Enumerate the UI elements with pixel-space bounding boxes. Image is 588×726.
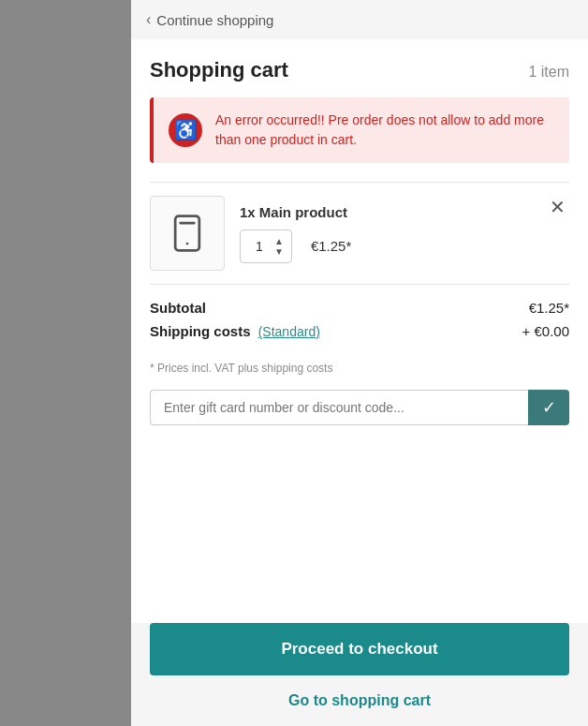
item-count: 1 item <box>528 64 569 81</box>
quantity-stepper[interactable]: 1 ▲ ▼ <box>240 230 292 263</box>
error-banner: ♿ An error occurred!! Pre order does not… <box>150 97 569 163</box>
no-entry-icon: ♿ <box>174 121 198 140</box>
gift-card-input[interactable] <box>150 390 528 425</box>
continue-shopping-link[interactable]: ‹ Continue shopping <box>131 0 588 39</box>
go-to-cart-button[interactable]: Go to shopping cart <box>150 675 569 726</box>
bottom-actions: Proceed to checkout Go to shopping cart <box>131 623 588 726</box>
subtotal-label: Subtotal <box>150 300 206 316</box>
product-image <box>150 196 225 271</box>
vat-note: * Prices incl. VAT plus shipping costs <box>150 354 569 390</box>
cart-item: 1x Main product 1 ▲ ▼ €1.25* ✕ <box>150 182 569 284</box>
qty-price-row: 1 ▲ ▼ €1.25* <box>240 230 569 263</box>
page-header: Shopping cart 1 item <box>150 58 569 82</box>
svg-rect-0 <box>175 216 199 251</box>
subtotal-row: Subtotal €1.25* <box>150 300 569 316</box>
remove-item-button[interactable]: ✕ <box>546 194 569 220</box>
quantity-arrows[interactable]: ▲ ▼ <box>274 236 284 257</box>
item-price: €1.25* <box>311 238 351 254</box>
error-message: An error occurred!! Pre order does not a… <box>215 111 554 150</box>
checkout-button[interactable]: Proceed to checkout <box>150 623 569 675</box>
shipping-row: Shipping costs (Standard) + €0.00 <box>150 323 569 339</box>
page-title: Shopping cart <box>150 58 288 82</box>
continue-shopping-label: Continue shopping <box>156 12 273 28</box>
error-icon-wrap: ♿ <box>169 113 202 147</box>
panel: ‹ Continue shopping Shopping cart 1 item… <box>131 0 588 726</box>
shipping-label: Shipping costs (Standard) <box>150 323 320 339</box>
shipping-value: + €0.00 <box>522 323 569 339</box>
gift-card-submit-button[interactable]: ✓ <box>528 390 569 425</box>
chevron-left-icon: ‹ <box>146 11 151 28</box>
shipping-standard-link[interactable]: (Standard) <box>258 324 320 339</box>
subtotal-value: €1.25* <box>529 300 569 316</box>
gift-card-row: ✓ <box>150 390 569 425</box>
quantity-up-icon[interactable]: ▲ <box>274 236 284 246</box>
totals-section: Subtotal €1.25* Shipping costs (Standard… <box>150 284 569 354</box>
checkmark-icon: ✓ <box>542 397 556 418</box>
quantity-value: 1 <box>248 239 271 254</box>
sidebar <box>0 0 131 726</box>
item-name: 1x Main product <box>240 204 569 220</box>
item-details: 1x Main product 1 ▲ ▼ €1.25* <box>240 204 569 263</box>
mobile-phone-icon <box>167 213 208 254</box>
quantity-down-icon[interactable]: ▼ <box>274 246 284 257</box>
main-content: Shopping cart 1 item ♿ An error occurred… <box>131 39 588 623</box>
